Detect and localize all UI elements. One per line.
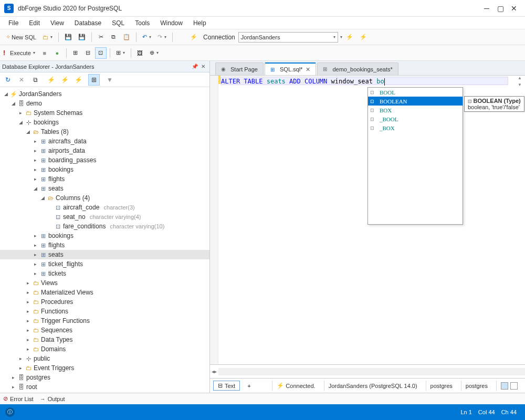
menu-window[interactable]: Window [155, 18, 188, 28]
tree-db-demo[interactable]: demo [25, 100, 42, 107]
menu-edit[interactable]: Edit [24, 18, 45, 28]
connection-dropdown[interactable]: JordanSanders▾ [238, 32, 338, 43]
tree-node[interactable]: Domains [40, 345, 66, 353]
autocomplete-item-selected[interactable]: ⊡BOOLEAN [368, 97, 463, 106]
disconnect-button[interactable]: ⚡ [72, 74, 84, 86]
grid-button[interactable]: ⊞▾ [113, 47, 128, 59]
tree-schema-bookings[interactable]: bookings [33, 119, 59, 126]
split-left-icon[interactable]: ◂▸ [210, 369, 218, 374]
tree-node[interactable]: Procedures [40, 298, 73, 306]
show-all-button[interactable]: ⊞ [88, 74, 100, 86]
status-icon[interactable]: ⓘ [5, 407, 15, 417]
menu-view[interactable]: View [45, 18, 69, 28]
menu-sql[interactable]: SQL [107, 18, 130, 28]
menu-tools[interactable]: Tools [130, 18, 155, 28]
split-down-icon[interactable]: ▼ [516, 82, 524, 89]
paste-button[interactable]: 📋 [120, 32, 133, 43]
execute-button[interactable]: Execute▾ [7, 47, 38, 59]
autocomplete-popup[interactable]: ⊡BOOL ⊡BOOLEAN ⊡BOX ⊡_BOOL ⊡_BOX [368, 87, 463, 225]
code-line[interactable]: ALTER TABLE seats ADD COLUMN window_seat… [220, 77, 508, 85]
tree-system-schemas[interactable]: System Schemas [33, 109, 82, 117]
panel-close-icon[interactable]: ✕ [199, 64, 207, 69]
tree-db[interactable]: postgres [25, 374, 50, 381]
tree-table[interactable]: flights [47, 242, 65, 249]
copy-button[interactable]: ⧉ [108, 32, 119, 43]
debug-step-button[interactable]: ● [51, 47, 63, 59]
tree-tables[interactable]: Tables (8) [40, 128, 69, 135]
redo-button[interactable]: ↷▾ [155, 32, 169, 43]
minimize-button[interactable]: ─ [480, 2, 494, 15]
tree-columns[interactable]: Columns (4) [55, 194, 90, 202]
tree-db[interactable]: root [25, 383, 37, 391]
tree-table-seats-sel[interactable]: seats [47, 251, 64, 258]
more-button[interactable]: ⊕▾ [147, 47, 161, 59]
tree-column[interactable]: seat_no [62, 213, 86, 220]
stop-button[interactable]: ■ [39, 47, 50, 59]
tree-table[interactable]: flights [47, 175, 65, 183]
connect-button[interactable]: ⚡ [45, 74, 57, 86]
tree-table[interactable]: bookings [47, 166, 74, 173]
code-editor[interactable]: ALTER TABLE seats ADD COLUMN window_seat… [210, 76, 525, 364]
autocomplete-item[interactable]: ⊡BOOL [368, 88, 463, 97]
tree-node[interactable]: Views [40, 279, 58, 287]
undo-button[interactable]: ↶▾ [140, 32, 154, 43]
tab-start-page[interactable]: ◉Start Page [215, 62, 264, 75]
tree-node[interactable]: Trigger Functions [40, 317, 90, 324]
filter-button[interactable]: ▼ [104, 74, 116, 86]
tab-sql[interactable]: ⊞SQL.sql*✕ [265, 62, 316, 75]
pic-button[interactable]: 🖼 [134, 47, 146, 59]
tab-close-icon[interactable]: ✕ [306, 66, 310, 73]
layout-btn2[interactable] [510, 382, 518, 390]
tree-table[interactable]: boarding_passes [47, 156, 96, 164]
tree-connection[interactable]: JordanSanders [18, 90, 61, 98]
tree-table-seats[interactable]: seats [47, 185, 64, 192]
split-up-icon[interactable]: ▲ [516, 76, 524, 82]
tree-column[interactable]: fare_conditions [62, 223, 106, 230]
close-button[interactable]: ✕ [507, 2, 521, 15]
autocomplete-item[interactable]: ⊡_BOOL [368, 114, 463, 123]
tree-table[interactable]: tickets [47, 270, 66, 277]
delete-button[interactable]: ✕ [16, 74, 27, 86]
error-list-tab[interactable]: ⊘Error List [3, 395, 34, 402]
tree-node[interactable]: Sequences [40, 327, 72, 334]
menu-database[interactable]: Database [69, 18, 107, 28]
tree-node[interactable]: Functions [40, 308, 68, 315]
autocomplete-item[interactable]: ⊡BOX [368, 106, 463, 114]
save-all-button[interactable]: 💾 [76, 32, 88, 43]
tab-demo-bookings[interactable]: ⊞demo_bookings_seats* [317, 62, 398, 75]
view-mode2-button[interactable]: ⊟ [82, 47, 94, 59]
view-mode3-button[interactable]: ⊡ [95, 47, 107, 59]
new-sql-button[interactable]: ✧New SQL [3, 32, 39, 43]
view-mode1-button[interactable]: ⊞ [70, 47, 81, 59]
autocomplete-item[interactable]: ⊡_BOX [368, 123, 463, 132]
text-tab[interactable]: ⊟Text [213, 381, 240, 391]
connection-extra-dd[interactable]: ▾ [340, 35, 342, 39]
cut-button[interactable]: ✂ [95, 32, 107, 43]
refresh-button[interactable]: ↻ [2, 74, 14, 86]
save-button[interactable]: 💾 [62, 32, 75, 43]
tree-node[interactable]: Materialized Views [40, 289, 93, 296]
tree-column[interactable]: aircraft_code [62, 204, 99, 211]
explorer-tree[interactable]: ◢⚡JordanSanders ◢🗄demo ▸🗀System Schemas … [0, 87, 209, 393]
tree-schema-public[interactable]: public [33, 355, 50, 362]
open-button[interactable]: 🗀▾ [40, 32, 55, 43]
script-button[interactable]: ⧉ [29, 74, 41, 86]
tree-table[interactable]: aircrafts_data [47, 138, 87, 145]
connection-icon[interactable]: ⚡ [187, 32, 200, 43]
layout-btn1[interactable] [501, 382, 508, 390]
tree-node[interactable]: Data Types [40, 336, 72, 343]
tree-table[interactable]: ticket_flights [47, 260, 83, 268]
menu-file[interactable]: File [3, 18, 24, 28]
conn-action2-icon[interactable]: ⚡ [357, 32, 370, 43]
pin-icon[interactable]: 📌 [191, 64, 199, 69]
menu-help[interactable]: Help [188, 18, 212, 28]
add-tab-button[interactable]: + [244, 382, 254, 390]
conn-action1-icon[interactable]: ⚡ [343, 32, 356, 43]
tree-event-triggers[interactable]: Event Triggers [33, 364, 74, 372]
output-tab[interactable]: →Output [40, 396, 65, 402]
maximize-button[interactable]: ▢ [494, 2, 507, 15]
tree-table[interactable]: bookings [47, 232, 74, 239]
tree-table[interactable]: airports_data [47, 147, 85, 154]
horizontal-scrollbar[interactable] [218, 368, 525, 375]
conn-btn2[interactable]: ⚡ [59, 74, 70, 86]
